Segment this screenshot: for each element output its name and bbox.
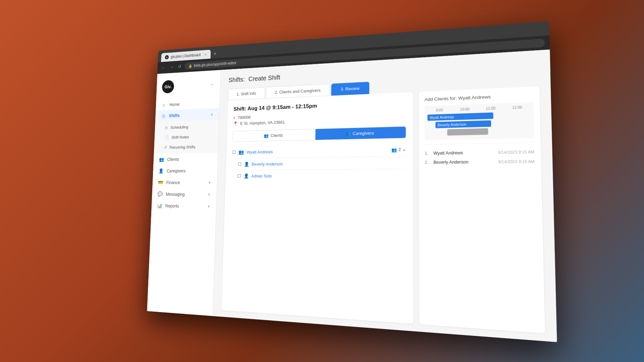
person-time: 9/14/2023 9:15 AM [498,150,534,155]
count-value: 2 [398,147,401,152]
schedule-row: Beverly Anderson [427,119,531,129]
count-badge: 👥 2 ▲ [391,147,406,152]
divider [425,142,534,145]
schedule-bar-other [447,128,488,136]
caregiver-list: ☐ 👥 Wyatt Andrews 👥 2 ▲ [231,143,406,182]
chevron-down-icon: ▼ [208,193,211,196]
schedule-row [428,127,531,136]
person-time: 9/14/2023 9:15 AM [498,159,535,164]
shift-location: E St, Hampton, VA 23661 [240,120,285,126]
collapse-icon[interactable]: ▲ [402,147,406,152]
person-num: 2. [425,160,430,165]
finance-icon: 💳 [158,180,163,185]
tab-step3[interactable]: 3. Review [331,82,369,96]
tab-title: giv.plus | Dashboard [171,53,201,59]
schedule-grid: 9:00 10:00 11:00 12:00 Wyatt Andrews [425,102,534,140]
app-content: Giv. ← ⌂ Home ◷ Shifts ▲ ◷ [147,50,557,342]
panel-person-list: 1. Wyatt Andrews 9/14/2023 9:15 AM 2. Be… [425,147,535,167]
side-panel: Add Clients for: Wyatt Andrews 9:00 10:0… [419,86,545,334]
address-text: beta.giv.plus/app/shift-editor [194,61,236,68]
checkbox-icon[interactable]: ☐ [237,173,241,178]
sub-person-icon: 👤 [244,173,249,178]
person-icon: 👥 [238,149,244,155]
caregivers-tab-button[interactable]: 👥 Caregivers [315,127,406,140]
new-tab-button[interactable]: + [211,49,219,59]
caregiver-name: Beverly Anderson [252,161,283,166]
person-name: Beverly Anderson [433,160,468,165]
sidebar-item-caregivers[interactable]: 👤 Caregivers [153,165,218,177]
chevron-down-icon: ▼ [207,204,210,208]
clients-icon: 👥 [159,157,164,162]
sidebar-sub-label: Shift Notes [171,135,189,140]
schedule-bar-beverly: Beverly Anderson [435,120,491,128]
panel-person-row: 2. Beverly Anderson 9/14/2023 9:15 AM [425,157,535,167]
time-label: 9:00 [427,108,451,113]
shift-meta: # 789006 📍 E St, Hampton, VA 23661 [233,109,406,126]
shifts-submenu: ◷ Scheduling 📄 Shift Notes ↺ Recurring S… [154,120,219,154]
tab-favicon: G [165,55,169,59]
tab-toggle: 👥 Clients 👥 Caregivers [232,126,406,142]
people-icon: 👥 [391,147,397,153]
back-button[interactable]: ← [161,64,167,71]
caregivers-tab-icon: 👥 [345,131,351,136]
sidebar-item-reports[interactable]: 📊 Reports ▼ [151,200,216,213]
tab-close-button[interactable]: × [204,52,207,57]
ssl-lock-icon: 🔒 [189,64,193,68]
time-label: 10:00 [452,107,477,112]
checkbox-icon[interactable]: ☐ [232,150,236,155]
chevron-down-icon: ▼ [208,181,211,184]
scheduling-icon: ◷ [165,125,168,130]
logo: Giv. [162,80,174,94]
sidebar-item-label: Home [169,102,180,107]
panel-title: Add Clients for: Wyatt Andrews [425,93,533,102]
main-body: Shift: Aug 14 @ 9:15am - 12:15pm # 78900… [213,86,557,342]
sidebar-collapse-button[interactable]: ← [210,81,214,87]
caregivers-icon: 👤 [158,168,163,174]
schedule-bar-wyatt: Wyatt Andrews [427,113,493,121]
sidebar-item-label: Reports [165,203,179,208]
reports-icon: 📊 [157,203,162,209]
location-icon: 📍 [233,121,238,126]
sidebar-item-recurring-shifts[interactable]: ↺ Recurring Shifts [154,141,218,153]
logo-area: Giv. ← [156,75,221,100]
list-item: ☐ 👤 Beverly Anderson [232,157,406,170]
time-label: 12:00 [504,105,530,110]
sidebar-sub-label: Scheduling [170,125,189,130]
sidebar-item-label: Clients [167,157,179,162]
clients-tab-icon: 👥 [264,133,269,138]
home-icon: ⌂ [161,102,166,108]
caregiver-name: Wyatt Andrews [247,149,273,155]
time-label: 11:00 [478,106,503,111]
shifts-icon: ◷ [161,113,166,119]
sidebar-item-label: Caregivers [167,168,186,173]
tab-shift-info[interactable]: 1. Shift Info [228,87,265,100]
sidebar-item-label: Finance [166,180,180,185]
person-name: Wyatt Andrews [433,150,463,156]
panel-person-row: 1. Wyatt Andrews 9/14/2023 9:15 AM [425,147,535,158]
shift-id: 789006 [238,115,251,120]
clients-tab-button[interactable]: 👥 Clients [233,129,315,141]
sidebar-sub-label: Recurring Shifts [169,144,195,149]
sidebar-item-messaging[interactable]: 💬 Messaging ▼ [152,188,217,201]
refresh-button[interactable]: ↺ [177,63,182,70]
person-num: 1. [425,151,430,156]
sub-person-icon: 👤 [244,162,249,167]
browser-window: G giv.plus | Dashboard × + ← → ↺ 🔒 beta.… [147,21,557,342]
page-subtitle: Create Shift [248,74,280,82]
sidebar-item-finance[interactable]: 💳 Finance ▼ [152,177,217,189]
sidebar-item-label: Messaging [166,192,185,197]
messaging-icon: 💬 [157,191,162,197]
sidebar-item-clients[interactable]: 👥 Clients [153,153,218,165]
main-content: Shifts: Create Shift 1. Shift Info 2. Cl… [213,50,557,342]
caregiver-name: Adrian Soto [251,173,272,178]
sidebar-item-label: Shifts [169,113,180,118]
notes-icon: 📄 [164,135,169,140]
checkbox-icon[interactable]: ☐ [238,162,242,167]
monitor-wrapper: G giv.plus | Dashboard × + ← → ↺ 🔒 beta.… [147,21,557,342]
sidebar: Giv. ← ⌂ Home ◷ Shifts ▲ ◷ [147,70,221,316]
shift-card: Shift: Aug 14 @ 9:15am - 12:15pm # 78900… [221,92,413,324]
list-item: ☐ 👤 Adrian Soto [231,169,406,182]
recurring-icon: ↺ [164,145,167,150]
sidebar-item-shift-notes[interactable]: 📄 Shift Notes [154,131,219,143]
forward-button[interactable]: → [169,63,175,71]
